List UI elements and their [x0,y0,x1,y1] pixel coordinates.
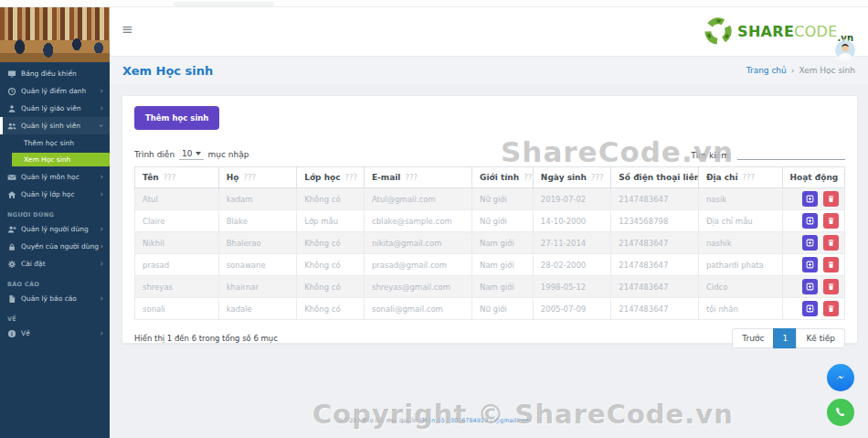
table-header-row: Tên??? Họ??? Lớp học??? E-mail??? Giới t… [135,167,845,188]
edit-student-button[interactable] [802,213,818,229]
sidebar-item-user-permissions[interactable]: Quyền của người dùng › [0,238,110,255]
sidebar-section-reports: BÁO CÁO [0,272,110,290]
edit-student-button[interactable] [802,279,818,294]
sidebar-item-teachers[interactable]: Quản lý giáo viên › [0,100,110,117]
sidebar-item-dashboard[interactable]: Bảng điều khiển [0,65,110,82]
cell-ten: sonali [135,298,219,320]
cell-ten: Claire [135,210,219,232]
sort-indicator: ??? [243,173,256,182]
page-header-bar: Xem Học sinh Trang chủ › Xem Học sinh [110,57,868,84]
cell-dia-chi: nasik [698,188,782,210]
page-length-control: Trình diễn 10 mục nhập [134,149,249,160]
sidebar-item-settings[interactable]: Cài đặt › [0,255,110,272]
column-header-dia-chi[interactable]: Địa chỉ??? [698,167,782,188]
table-row: Atul kadam Không có Atul@gmail.com Nữ gi… [135,188,845,210]
cell-ho: sonawane [218,254,296,276]
sidebar-item-label: Quản lý môn học [21,173,79,181]
column-header-ten[interactable]: Tên??? [135,167,219,188]
sort-indicator: ??? [842,173,844,182]
home-icon [7,190,16,199]
teacher-icon [7,104,16,113]
sidebar-item-classes[interactable]: Quản lý lớp học › [0,186,110,203]
edit-student-button[interactable] [802,301,818,316]
search-input[interactable] [737,147,845,160]
edit-icon [806,239,814,247]
sidebar-item-attendance[interactable]: Quản lý điểm danh › [0,82,110,100]
sidebar-section-users: NGƯỜI DÙNG [0,203,110,220]
students-icon [7,122,16,131]
column-header-email[interactable]: E-mail??? [364,167,471,188]
sort-indicator: ??? [591,173,604,182]
delete-student-button[interactable] [823,257,839,272]
content-area: Thêm học sinh Trình diễn 10 mục nhập Tìm… [110,84,868,438]
column-header-ho[interactable]: Họ??? [218,167,296,188]
sidebar-item-label: Xem Học sinh [24,155,70,164]
chevron-right-icon: › [100,225,103,233]
cell-email: cblake@sample.com [364,210,471,232]
cell-ngay-sinh: 28-02-2000 [533,254,610,276]
sidebar-item-students[interactable]: Quản lý sinh viên › [0,117,110,134]
length-suffix-label: mục nhập [208,150,249,159]
sidebar-item-report-management[interactable]: Quản lý báo cáo › [0,290,110,307]
edit-student-button[interactable] [802,191,818,207]
user-avatar[interactable] [835,40,855,60]
cell-so-dien-thoai: 1234568798 [611,210,699,232]
search-label: Tìm kiếm: [691,151,732,160]
prev-page-button[interactable]: Trước [732,328,774,348]
page-length-select[interactable]: 10 [179,149,203,160]
chevron-right-icon: › [100,294,103,303]
column-header-ngay-sinh[interactable]: Ngày sinh??? [533,167,610,188]
cell-ho: khairnar [218,276,296,298]
column-header-lop-hoc[interactable]: Lớp học??? [297,167,365,188]
messenger-button[interactable] [827,364,854,391]
cell-gioi-tinh: Nam giới [472,276,534,298]
cell-actions [782,254,844,276]
column-header-so-dien-thoai[interactable]: Số điện thoại liên lạc??? [611,167,699,188]
trash-icon [827,239,835,247]
footer-link[interactable]: Toàn bộ [421,417,444,424]
dashboard-icon [7,69,16,79]
footer-phone: 8056784919 [450,417,488,424]
column-header-hoat-dong[interactable]: Hoạt động??? [782,167,844,188]
gear-icon [7,260,16,269]
breadcrumb-home-link[interactable]: Trang chủ [746,66,787,75]
cell-so-dien-thoai: 2147483647 [611,298,699,320]
sort-indicator: ??? [405,173,418,182]
delete-student-button[interactable] [823,301,839,316]
cell-lop-hoc: Không có [297,188,365,210]
delete-student-button[interactable] [823,279,839,294]
length-prefix-label: Trình diễn [134,150,175,159]
cell-lop-hoc: Không có [297,232,365,254]
delete-student-button[interactable] [823,191,839,207]
caret-down-icon [196,152,201,155]
page-number-button[interactable]: 1 [773,328,797,348]
cell-dia-chi: tội nhân [698,298,782,320]
sidebar-subitem-add-student[interactable]: Thêm học sinh [0,134,110,151]
edit-student-button[interactable] [802,257,818,272]
whatsapp-button[interactable] [827,399,854,426]
add-student-button[interactable]: Thêm học sinh [134,106,219,130]
sidebar-item-user-management[interactable]: Quản lý người dùng › [0,220,110,238]
hamburger-menu-icon[interactable]: ≡ [122,23,133,37]
sidebar-item-label: Quản lý báo cáo [21,294,77,303]
sidebar-item-label: Quản lý giáo viên [21,104,81,112]
sidebar-subitem-view-students[interactable]: Xem Học sinh [12,153,110,166]
cell-dia-chi: Cidco [698,276,782,298]
cell-dia-chi: pathardi phata [698,254,782,276]
edit-student-button[interactable] [802,235,818,251]
delete-student-button[interactable] [823,213,839,229]
cell-email: sonali@gmail.com [364,298,471,320]
trash-icon [827,195,835,203]
sharecode-logo: SHARECODE.vn [703,16,853,47]
sidebar-item-about[interactable]: Về › [0,325,110,342]
delete-student-button[interactable] [823,235,839,251]
edit-icon [806,195,814,203]
next-page-button[interactable]: Kế tiếp [796,328,845,348]
footer-copyright: © 2019 Bảo lưu mọi quyền. Toàn bộ | 8056… [0,417,868,424]
column-header-gioi-tinh[interactable]: Giới tính??? [472,167,534,188]
cell-actions [782,210,844,232]
recycle-logo-icon [703,16,734,47]
sidebar-item-label: Quản lý sinh viên [21,122,80,130]
table-row: Nikhil Bhalerao Không có nikita@gmail.co… [135,232,845,254]
sidebar-item-subjects[interactable]: Quản lý môn học › [0,168,110,186]
